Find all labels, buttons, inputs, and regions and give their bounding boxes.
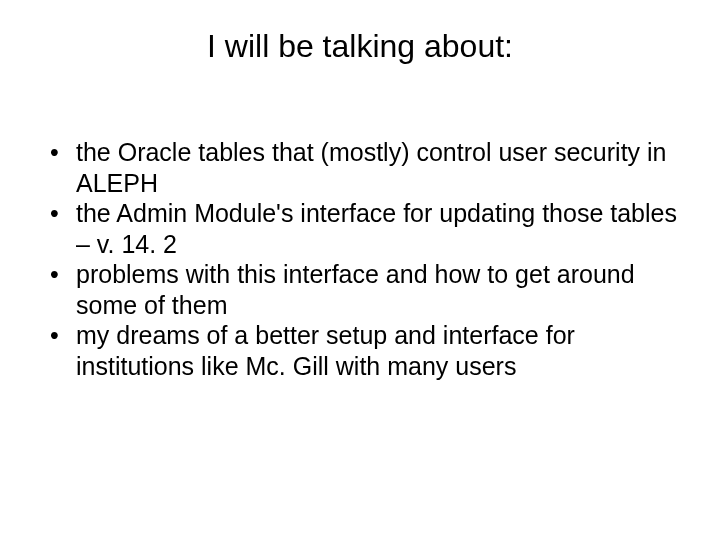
bullet-list: the Oracle tables that (mostly) control …: [40, 137, 680, 381]
list-item: my dreams of a better setup and interfac…: [48, 320, 680, 381]
list-item: problems with this interface and how to …: [48, 259, 680, 320]
slide: I will be talking about: the Oracle tabl…: [0, 0, 720, 540]
slide-title: I will be talking about:: [40, 28, 680, 65]
list-item: the Admin Module's interface for updatin…: [48, 198, 680, 259]
list-item: the Oracle tables that (mostly) control …: [48, 137, 680, 198]
